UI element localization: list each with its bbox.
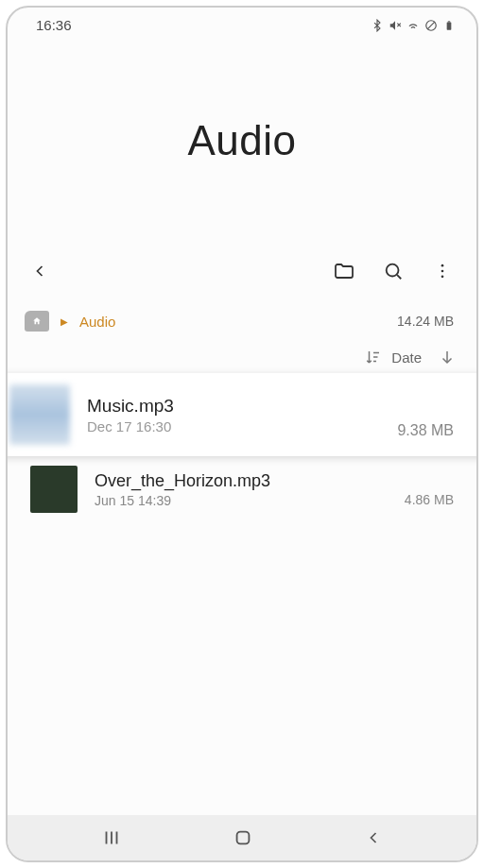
svg-point-6 xyxy=(387,264,399,277)
file-size: 9.38 MB xyxy=(397,422,454,445)
file-date: Jun 15 14:39 xyxy=(95,493,388,508)
breadcrumb-size: 14.24 MB xyxy=(397,314,454,329)
search-button[interactable] xyxy=(376,254,410,288)
breadcrumb-separator-icon: ▶ xyxy=(59,316,70,327)
svg-rect-18 xyxy=(237,832,250,844)
screen: 16:36 Audio xyxy=(6,6,478,862)
more-button[interactable] xyxy=(425,254,459,288)
status-bar: 16:36 xyxy=(8,8,476,37)
file-thumbnail xyxy=(30,466,78,513)
file-name: Music.mp3 xyxy=(87,396,380,417)
bluetooth-icon xyxy=(371,19,384,32)
phone-frame: 16:36 Audio xyxy=(0,0,484,868)
file-row[interactable]: Over_the_Horizon.mp3 Jun 15 14:39 4.86 M… xyxy=(8,456,476,522)
back-nav-icon xyxy=(364,828,383,847)
chevron-left-icon xyxy=(30,262,49,281)
home-icon xyxy=(32,316,42,326)
svg-point-10 xyxy=(441,276,444,279)
wifi-icon xyxy=(406,19,420,32)
breadcrumb-current[interactable]: Audio xyxy=(79,314,115,330)
folder-icon xyxy=(333,260,355,282)
file-size: 4.86 MB xyxy=(405,492,454,513)
toolbar xyxy=(8,245,476,298)
file-date: Dec 17 16:30 xyxy=(87,418,380,434)
arrow-down-icon[interactable] xyxy=(439,349,456,366)
file-name: Over_the_Horizon.mp3 xyxy=(95,471,388,491)
sort-icon[interactable] xyxy=(365,349,382,366)
status-icons xyxy=(371,19,456,32)
svg-point-9 xyxy=(441,270,444,273)
status-time: 16:36 xyxy=(36,17,72,33)
page-title: Audio xyxy=(187,117,296,164)
search-icon xyxy=(383,261,404,281)
recents-button[interactable] xyxy=(101,827,122,848)
svg-rect-5 xyxy=(448,21,450,22)
file-thumbnail xyxy=(9,384,70,445)
navigation-bar xyxy=(8,815,476,860)
svg-line-3 xyxy=(427,21,435,28)
sort-row: Date xyxy=(8,341,476,373)
home-nav-icon xyxy=(233,827,253,848)
sort-label[interactable]: Date xyxy=(391,349,422,366)
back-button[interactable] xyxy=(23,254,57,288)
file-list: Music.mp3 Dec 17 16:30 9.38 MB Over_the_… xyxy=(8,373,476,815)
no-data-icon xyxy=(424,19,438,32)
svg-rect-4 xyxy=(447,22,452,29)
battery-icon xyxy=(442,19,456,32)
svg-point-8 xyxy=(441,264,444,267)
home-button[interactable] xyxy=(233,827,253,848)
back-nav-button[interactable] xyxy=(364,828,383,847)
folder-button[interactable] xyxy=(327,254,361,288)
file-row[interactable]: Music.mp3 Dec 17 16:30 9.38 MB xyxy=(6,373,478,456)
svg-line-7 xyxy=(397,275,401,279)
more-vertical-icon xyxy=(433,262,452,281)
breadcrumb: ▶ Audio 14.24 MB xyxy=(8,298,476,341)
mute-icon xyxy=(389,19,402,32)
breadcrumb-home[interactable] xyxy=(25,311,49,332)
file-info: Music.mp3 Dec 17 16:30 xyxy=(87,396,380,434)
file-info: Over_the_Horizon.mp3 Jun 15 14:39 xyxy=(95,471,388,508)
page-header: Audio xyxy=(8,37,476,245)
recents-icon xyxy=(101,827,122,848)
